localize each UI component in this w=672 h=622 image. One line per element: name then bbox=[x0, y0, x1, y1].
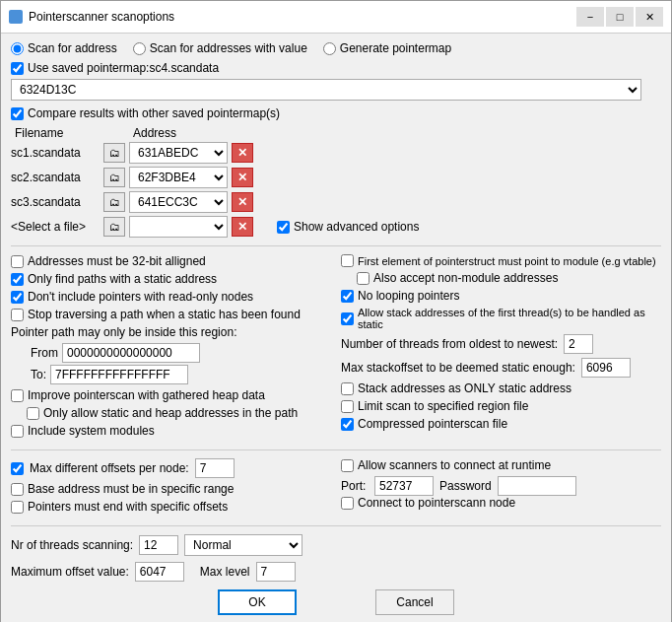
threads-label: Nr of threads scanning: bbox=[11, 538, 133, 552]
title-bar-controls: − □ ✕ bbox=[576, 7, 663, 27]
table-header: Filename Address bbox=[11, 124, 661, 142]
no-readonly-row: Don't include pointers with read-only no… bbox=[11, 290, 331, 304]
max-offsets-input[interactable] bbox=[195, 458, 235, 478]
max-offset-label: Maximum offset value: bbox=[11, 565, 129, 579]
use-saved-label: Use saved pointermap:sc4.scandata bbox=[28, 61, 219, 75]
ok-button[interactable]: OK bbox=[218, 589, 297, 615]
pointers-end-checkbox[interactable] bbox=[11, 501, 24, 514]
improve-heap-label: Improve pointerscan with gathered heap d… bbox=[28, 388, 265, 402]
use-saved-row: Use saved pointermap:sc4.scandata bbox=[11, 61, 661, 75]
limit-scan-row: Limit scan to specified region file bbox=[341, 399, 661, 413]
maximize-button[interactable]: □ bbox=[606, 7, 634, 27]
compressed-row: Compressed pointerscan file bbox=[341, 417, 661, 431]
include-system-row: Include system modules bbox=[11, 424, 331, 438]
file2-delete[interactable]: ✕ bbox=[232, 168, 253, 187]
bottom-section: Max different offsets per node: Base add… bbox=[11, 458, 661, 518]
pointer-region-label: Pointer path may only be inside this reg… bbox=[11, 325, 331, 339]
num-threads-row: Number of threads from oldest to newest: bbox=[341, 334, 661, 354]
file4-delete[interactable]: ✕ bbox=[232, 217, 253, 237]
to-input[interactable] bbox=[50, 365, 188, 384]
file3-delete[interactable]: ✕ bbox=[232, 192, 253, 212]
addr32-checkbox[interactable] bbox=[11, 255, 24, 268]
addr32-label: Addresses must be 32-bit alligned bbox=[28, 254, 206, 268]
first-element-row: First element of pointerstruct must poin… bbox=[341, 254, 661, 267]
max-offsets-checkbox[interactable] bbox=[11, 462, 24, 475]
compare-results-row: Compare results with other saved pointer… bbox=[11, 106, 661, 120]
stack-only-checkbox[interactable] bbox=[341, 382, 354, 395]
address-select[interactable]: 6324D13C bbox=[11, 79, 641, 101]
file2-address[interactable]: 62F3DBE4 bbox=[129, 167, 228, 188]
show-advanced-checkbox[interactable] bbox=[277, 221, 290, 234]
radio-scan-value[interactable]: Scan for addresses with value bbox=[133, 41, 307, 55]
close-button[interactable]: ✕ bbox=[636, 7, 663, 27]
file3-browse[interactable]: 🗂 bbox=[103, 192, 125, 212]
footer-buttons-row: OK Cancel bbox=[11, 589, 661, 615]
use-saved-checkbox[interactable] bbox=[11, 62, 24, 75]
file2-name: sc2.scandata bbox=[11, 171, 100, 184]
only-static-heap-checkbox[interactable] bbox=[27, 407, 39, 420]
file2-browse[interactable]: 🗂 bbox=[103, 168, 125, 187]
no-looping-label: No looping pointers bbox=[358, 289, 459, 303]
password-input[interactable] bbox=[498, 476, 576, 496]
file1-delete[interactable]: ✕ bbox=[232, 143, 253, 163]
from-label: From bbox=[31, 346, 58, 360]
compare-checkbox[interactable] bbox=[11, 107, 24, 120]
file4-address[interactable] bbox=[129, 216, 228, 238]
file4-name: <Select a file> bbox=[11, 220, 100, 234]
max-level-input[interactable] bbox=[256, 562, 296, 582]
show-advanced-row: Show advanced options bbox=[277, 220, 419, 234]
allow-scanners-checkbox[interactable] bbox=[341, 459, 354, 472]
limit-scan-label: Limit scan to specified region file bbox=[358, 399, 528, 413]
max-offset-row: Maximum offset value: Max level bbox=[11, 562, 661, 582]
compressed-checkbox[interactable] bbox=[341, 418, 354, 431]
minimize-button[interactable]: − bbox=[576, 7, 604, 27]
limit-scan-checkbox[interactable] bbox=[341, 400, 354, 413]
only-static-checkbox[interactable] bbox=[11, 273, 24, 286]
file4-browse[interactable]: 🗂 bbox=[103, 217, 125, 237]
first-element-checkbox[interactable] bbox=[341, 254, 354, 267]
num-threads-label: Number of threads from oldest to newest: bbox=[341, 337, 558, 351]
only-static-heap-label: Only allow static and heap addresses in … bbox=[43, 406, 298, 420]
stack-only-row: Stack addresses as ONLY static address bbox=[341, 381, 661, 395]
cancel-button[interactable]: Cancel bbox=[375, 589, 454, 615]
connect-node-checkbox[interactable] bbox=[341, 497, 354, 510]
radio-generate[interactable]: Generate pointermap bbox=[323, 41, 451, 55]
max-offsets-row: Max different offsets per node: bbox=[11, 458, 331, 478]
stop-traversing-checkbox[interactable] bbox=[11, 309, 24, 321]
password-label: Password bbox=[439, 479, 492, 493]
file3-name: sc3.scandata bbox=[11, 195, 100, 209]
allow-stack-checkbox[interactable] bbox=[341, 312, 354, 325]
max-stack-row: Max stackoffset to be deemed static enou… bbox=[341, 358, 661, 378]
file3-address[interactable]: 641ECC3C bbox=[129, 191, 228, 213]
from-input[interactable] bbox=[62, 343, 200, 363]
no-looping-checkbox[interactable] bbox=[341, 290, 354, 303]
stop-traversing-label: Stop traversing a path when a static has… bbox=[28, 308, 301, 321]
scan-type-row: Scan for address Scan for addresses with… bbox=[11, 41, 661, 55]
no-readonly-checkbox[interactable] bbox=[11, 291, 24, 304]
base-specific-checkbox[interactable] bbox=[11, 483, 24, 496]
file1-name: sc1.scandata bbox=[11, 146, 100, 160]
window-title: Pointerscanner scanoptions bbox=[29, 10, 174, 24]
file1-address[interactable]: 631ABEDC bbox=[129, 142, 228, 164]
max-stack-label: Max stackoffset to be deemed static enou… bbox=[341, 361, 575, 375]
port-label: Port: bbox=[341, 479, 369, 493]
max-stack-input[interactable] bbox=[581, 358, 631, 378]
no-readonly-label: Don't include pointers with read-only no… bbox=[28, 290, 253, 304]
max-offset-input[interactable] bbox=[135, 562, 184, 582]
include-system-checkbox[interactable] bbox=[11, 425, 24, 438]
non-module-checkbox[interactable] bbox=[357, 272, 370, 285]
radio-scan-address[interactable]: Scan for address bbox=[11, 41, 117, 55]
num-threads-input[interactable] bbox=[564, 334, 593, 354]
allow-stack-label: Allow stack addresses of the first threa… bbox=[358, 307, 661, 330]
filename-header: Filename bbox=[15, 126, 103, 140]
allow-scanners-row: Allow scanners to connect at runtime bbox=[341, 458, 661, 472]
base-specific-label: Base address must be in specific range bbox=[28, 482, 234, 496]
file1-browse[interactable]: 🗂 bbox=[103, 143, 125, 163]
stack-only-label: Stack addresses as ONLY static address bbox=[358, 381, 571, 395]
to-row: To: bbox=[31, 365, 331, 384]
show-advanced-label[interactable]: Show advanced options bbox=[277, 220, 419, 234]
threads-input[interactable] bbox=[139, 535, 178, 555]
improve-heap-checkbox[interactable] bbox=[11, 389, 24, 402]
port-input[interactable] bbox=[374, 476, 434, 496]
mode-select[interactable]: Normal Above Normal High Realtime Below … bbox=[184, 534, 302, 556]
